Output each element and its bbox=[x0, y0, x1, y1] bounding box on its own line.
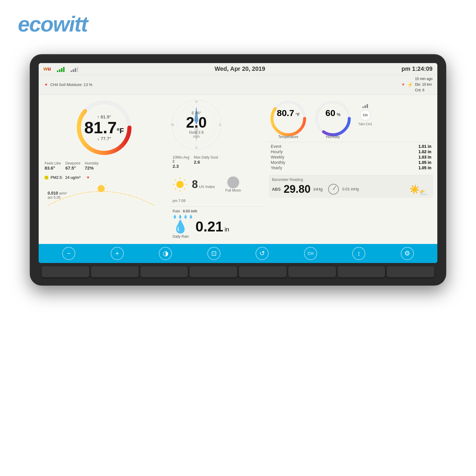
svg-point-2 bbox=[98, 185, 105, 192]
baro-abs-label: ABS bbox=[272, 187, 281, 192]
wu-logo: wu bbox=[43, 66, 51, 72]
baro-label: Barometer Reading bbox=[272, 178, 430, 182]
th-hum-label: Humidity bbox=[326, 135, 340, 139]
solar-row: 0.010 w/m² am 5:35 bbox=[42, 183, 167, 207]
rain-daily-label: Daily Rain bbox=[173, 234, 262, 239]
hw-btn-6[interactable] bbox=[288, 267, 336, 277]
page: ecowitt wu bbox=[0, 0, 476, 476]
wind-gust-row: Gust 2.6 bbox=[186, 130, 207, 134]
hw-btn-7[interactable] bbox=[338, 267, 385, 277]
yearly-row: Yearly 1.05 in bbox=[271, 165, 431, 170]
th-signal bbox=[362, 102, 368, 108]
weekly-value: 1.03 in bbox=[418, 155, 431, 159]
th-ch1-section: 80.7 °F Temperature bbox=[268, 98, 434, 140]
baro-main-row: ABS 29.80 inHg 0.01 inHg bbox=[272, 183, 430, 195]
pm-value: 24 ug/m³ bbox=[65, 175, 80, 180]
drop2: 💧 bbox=[178, 214, 182, 219]
hourly-value: 1.02 in bbox=[418, 149, 431, 154]
solar-value: 0.010 bbox=[48, 191, 58, 195]
toolbar-btn-plus[interactable]: + bbox=[111, 247, 124, 260]
th-ch-info: CH T&H CH1 bbox=[358, 99, 372, 126]
device-body: wu bbox=[30, 54, 446, 286]
hw-btn-2[interactable] bbox=[91, 267, 139, 277]
rain-details: Event 1.01 in Hourly 1.02 in Weekly 1.03… bbox=[271, 144, 431, 170]
hourly-row: Hourly 1.02 in bbox=[271, 149, 431, 154]
rain-daily-value: 0.21 bbox=[195, 219, 223, 234]
hourly-label: Hourly bbox=[271, 149, 283, 154]
drop3: 💧 bbox=[183, 214, 188, 219]
signal-bars-green bbox=[57, 66, 65, 72]
ch-badge: CH bbox=[360, 110, 371, 120]
hw-btn-4[interactable] bbox=[190, 267, 237, 277]
rain-rate-row: Rate 0.03 in/h bbox=[173, 209, 262, 213]
device-screen: wu bbox=[39, 63, 437, 263]
yearly-value: 1.05 in bbox=[418, 165, 431, 170]
hw-btn-1[interactable] bbox=[42, 267, 89, 277]
rain-section: Rate 0.03 in/h 💧 💧 💧 💧 bbox=[170, 206, 265, 241]
sun-icon bbox=[173, 177, 187, 192]
toolbar-btn-minus[interactable]: − bbox=[62, 247, 75, 260]
feels-like: Feels Like 83.6° bbox=[45, 161, 61, 170]
ant-bar3 bbox=[75, 68, 76, 72]
weather-forecast-icon: ☀️ ⛅ bbox=[409, 184, 430, 194]
monthly-value: 1.05 in bbox=[418, 160, 431, 165]
hw-btn-3[interactable] bbox=[140, 267, 188, 277]
hardware-buttons bbox=[39, 263, 437, 280]
soil-moisture-value: CH4 Soil Moisture: 13 % bbox=[50, 82, 93, 87]
toolbar-btn-sort[interactable]: ↕ bbox=[352, 247, 365, 260]
soil-moisture-info: 🔻 CH4 Soil Moisture: 13 % bbox=[43, 76, 93, 93]
status-bar-left: wu bbox=[43, 66, 78, 72]
event-value: 1.01 in bbox=[418, 144, 431, 149]
uv-time: pm 7:09 bbox=[170, 199, 265, 203]
hw-btn-5[interactable] bbox=[239, 267, 286, 277]
solar-sunrise: am 5:35 bbox=[48, 195, 67, 200]
toolbar-btn-settings[interactable]: ⚙ bbox=[401, 247, 414, 260]
svg-line-19 bbox=[175, 180, 176, 180]
wind-avg-dir: E bbox=[173, 159, 189, 164]
th-temp-svg bbox=[269, 99, 308, 138]
toolbar-btn-contrast[interactable]: ◑ bbox=[159, 247, 172, 260]
rain-rate-value: 0.03 in/h bbox=[183, 209, 197, 213]
brand-logo: ecowitt bbox=[18, 12, 87, 36]
toolbar-btn-display[interactable]: ⊡ bbox=[207, 247, 220, 260]
lightning-time: 15 min ago bbox=[415, 76, 433, 82]
bar3 bbox=[61, 68, 62, 72]
event-row: Event 1.01 in bbox=[271, 144, 431, 149]
toolbar-btn-refresh[interactable]: ↺ bbox=[256, 247, 269, 260]
lightning-detail: 15 min ago Dis: 10 km Cnt: 6 bbox=[415, 76, 433, 93]
monthly-row: Monthly 1.05 in bbox=[271, 160, 431, 165]
wind-max-value: 2.6 bbox=[194, 159, 218, 165]
feels-like-value: 83.6° bbox=[45, 165, 61, 170]
event-label: Event bbox=[271, 144, 281, 149]
th-temp-value: 80.7 °F bbox=[277, 108, 300, 118]
bar4 bbox=[63, 67, 65, 72]
pm-label: PM2.5: bbox=[51, 175, 63, 180]
wind-compass: N S W E E 86° bbox=[170, 98, 223, 151]
ant-bar1 bbox=[71, 71, 72, 72]
signal-antenna bbox=[71, 66, 78, 72]
temp-current: 81.7°F bbox=[84, 119, 124, 136]
th-hum-gauge: 60 % Humidity bbox=[314, 99, 352, 139]
drop4: 💧 bbox=[189, 214, 193, 219]
toolbar-btn-ch[interactable]: CH bbox=[304, 247, 317, 260]
pm-indicator bbox=[45, 176, 48, 179]
baro-unit: inHg bbox=[314, 187, 323, 192]
dewpoint: Dewpoint 67.5° bbox=[65, 161, 80, 170]
weekly-row: Weekly 1.03 in bbox=[271, 155, 431, 159]
th-temp-label: Temperature bbox=[278, 135, 298, 139]
bar1 bbox=[57, 71, 58, 72]
lightning-info: 🔻 ⚡ 15 min ago Dis: 10 km Cnt: 6 bbox=[401, 76, 433, 93]
bar2 bbox=[59, 69, 60, 72]
lightning-cnt: Cnt: 6 bbox=[415, 87, 433, 93]
middle-panel: N S W E E 86° bbox=[170, 98, 265, 241]
left-panel: ↑ 81.9° 81.7°F ↓ 77.7° Feels Like 83.6° bbox=[42, 98, 167, 241]
feels-like-label: Feels Like bbox=[45, 161, 61, 165]
svg-text:S: S bbox=[195, 145, 198, 149]
hw-btn-8[interactable] bbox=[387, 267, 434, 277]
moon-icon bbox=[227, 176, 239, 188]
wind-stats-row: 10Min.Avg E 2.3 Max Daily Gust 2.6 bbox=[170, 154, 265, 170]
baro-change: 0.01 inHg bbox=[342, 187, 359, 191]
humidity-outdoor: Humidity 72% bbox=[85, 161, 99, 170]
svg-text:E: E bbox=[219, 123, 221, 126]
barometer-section: Barometer Reading ABS 29.80 inHg 0. bbox=[269, 175, 433, 198]
